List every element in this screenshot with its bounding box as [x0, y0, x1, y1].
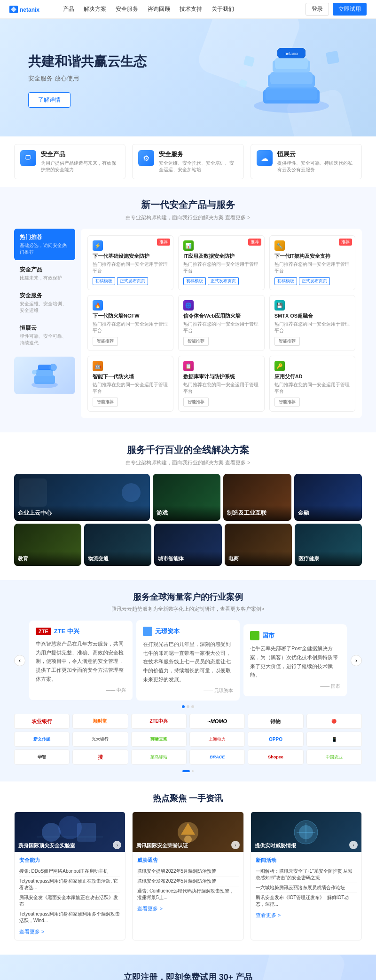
- feature-card-1[interactable]: ⚙ 安全服务 安全运维、安全托代、安全培训、安全运运、安全加站培: [132, 144, 243, 179]
- nav-link-services[interactable]: 安全服务: [116, 5, 138, 13]
- product-card-8[interactable]: 🔑 应用父行AD 热门推荐在您的同一安全运用于管理平台 智能推荐: [269, 356, 355, 412]
- solution-item-2[interactable]: 制造及工业互联: [223, 474, 291, 521]
- products-main: 推荐 ⚡ 下一代基础设施安全防护 热门推荐在您的同一安全运用于管理平台 初稿模板…: [81, 229, 362, 418]
- pc-tag-1-1[interactable]: 正式发布页页: [208, 277, 239, 285]
- sidebar-item-3[interactable]: 恒展云 弹性可靠、安全可靠、持续迭代: [14, 319, 75, 351]
- news-more-1[interactable]: 查看更多 >: [137, 905, 162, 912]
- nav-link-support[interactable]: 技术支持: [180, 5, 202, 13]
- partner-15[interactable]: BRACE: [189, 749, 245, 765]
- solution-item-8[interactable]: 医疗健康: [295, 524, 362, 566]
- partner-7[interactable]: 光大银行: [72, 732, 128, 747]
- news-item-2-0[interactable]: 一图解析：腾讯云安全"7+1"系安全防护贯 从知态感知带"攻击"的安全密码之流: [256, 867, 357, 883]
- solution-item-0[interactable]: 企业上云中心: [14, 474, 150, 521]
- partner-4[interactable]: 得物: [248, 714, 303, 729]
- pc-btn-3[interactable]: 智能推荐: [93, 337, 118, 346]
- news-item-2-1[interactable]: 一六城地势腾讯云丽洛东展员成绩合作论坛: [256, 883, 357, 893]
- dot-page-1[interactable]: [192, 770, 194, 772]
- dot-0[interactable]: [182, 705, 185, 708]
- solutions-heading: 服务千行百业的全线解决方案: [14, 444, 362, 456]
- partner-0[interactable]: 农业银行: [14, 714, 70, 729]
- pc-icon-7: 📋: [183, 361, 194, 371]
- nav-link-solutions[interactable]: 解决方案: [84, 5, 106, 13]
- nav-link-about[interactable]: 关于我们: [212, 5, 234, 13]
- news-item-2-2[interactable]: 腾讯安全发布《IOT管理迁发布》| 解鲜IOT动态，深挖...: [256, 893, 357, 909]
- feature-card-0[interactable]: 🛡 安全产品 为用户提供产品建造与来来，有效保护您的安全能力: [14, 144, 125, 179]
- sidebar-item-2[interactable]: 安全服务 安全运维、安全培训、安全运维: [14, 287, 75, 319]
- pc-sub-3: 热门推荐在您的同一安全运用于管理平台: [93, 321, 168, 334]
- solution-item-3[interactable]: 金融: [294, 474, 362, 521]
- pc-icon-3: 🔥: [93, 300, 103, 311]
- solution-item-5[interactable]: 物流交通: [84, 524, 151, 566]
- pc-tag-2-0[interactable]: 初稿模板: [274, 277, 297, 285]
- solution-item-4[interactable]: 教育: [14, 524, 81, 566]
- hero-more-button[interactable]: 了解详情: [28, 92, 70, 108]
- pc-btn-8[interactable]: 智能推荐: [274, 398, 300, 406]
- dot-page-0[interactable]: [182, 770, 190, 772]
- news-img-arrow-1[interactable]: ›: [231, 841, 240, 849]
- trial-button[interactable]: 立即试用: [333, 3, 367, 16]
- product-card-2[interactable]: 推荐 🔧 下一代IT架构及安全支持 热门推荐在您的同一安全运用于管理平台 初稿模…: [269, 235, 355, 290]
- partner-8[interactable]: 薛蟠豆浆: [131, 732, 187, 747]
- pc-btn-5[interactable]: 智能推荐: [274, 337, 300, 346]
- partner-6[interactable]: 新文传媒: [14, 732, 70, 747]
- products-title: 新一代安全产品与服务 由专业架构师构建，面向我行业的解决方案 查看更多 >: [14, 187, 362, 229]
- solution-item-6[interactable]: 城市智能体: [154, 524, 221, 566]
- products-subtitle: 由专业架构师构建，面向我行业的解决方案 查看更多 >: [14, 214, 362, 221]
- partner-5[interactable]: 🔴: [306, 714, 362, 729]
- slider-next-button[interactable]: ›: [351, 655, 362, 666]
- product-card-0[interactable]: 推荐 ⚡ 下一代基础设施安全防护 热门推荐在您的同一安全运用于管理平台 初稿模板…: [87, 235, 173, 290]
- feature-card-2[interactable]: ☁ 恒展云 提供弹性、安全可靠、持续迭代的私有云及公有云服务: [251, 144, 362, 179]
- solution-item-1[interactable]: 游戏: [153, 474, 220, 521]
- nav-link-news[interactable]: 咨询回顾: [148, 5, 170, 13]
- partner-17[interactable]: 中国农业: [306, 749, 362, 765]
- partner-10[interactable]: OPPO: [248, 732, 303, 747]
- slider-prev-button[interactable]: ‹: [14, 655, 25, 666]
- badge-1: 推荐: [248, 239, 261, 246]
- news-item-1-2[interactable]: 通告: Confluence远程代码执行漏洞攻击预警，泄露背景5上...: [137, 886, 238, 902]
- dot-1[interactable]: [187, 705, 189, 708]
- news-item-0-0[interactable]: 搜集: DDoS僵尸网络Abonbot正在启动主机: [19, 867, 120, 876]
- hero-text: 共建和谐共赢云生态 安全服务 放心使用 了解详情: [28, 53, 147, 108]
- pc-btn-6[interactable]: 智能推荐: [93, 398, 118, 406]
- news-img-0: 跻身国际顶尖安全实验室 ›: [15, 812, 125, 852]
- partner-14[interactable]: 菜鸟驿站: [131, 749, 187, 765]
- news-more-2[interactable]: 查看更多 >: [256, 912, 281, 919]
- partner-3[interactable]: ~MOMO: [189, 714, 245, 729]
- partner-logos-row1: 农业银行 顺时堂 ZTE中兴 ~MOMO 得物 🔴: [14, 714, 362, 729]
- partner-12[interactable]: 华智: [14, 749, 70, 765]
- sidebar-item-0[interactable]: 热门推荐 基础必选，访问安全热门推荐: [14, 229, 75, 260]
- product-card-3[interactable]: 🔥 下一代防火墙NGFW 热门推荐在您的同一安全运用于管理平台 智能推荐: [87, 295, 173, 351]
- partner-16[interactable]: Shopee: [248, 749, 303, 765]
- partner-1[interactable]: 顺时堂: [72, 714, 128, 729]
- pc-btn-7[interactable]: 智能推荐: [183, 398, 209, 406]
- partner-2[interactable]: ZTE中兴: [131, 714, 187, 729]
- pc-tag-2-1[interactable]: 正式发布页页: [299, 277, 330, 285]
- pc-tag-0-0[interactable]: 初稿模板: [93, 277, 115, 285]
- hero-illustration: netanix: [235, 42, 348, 118]
- product-card-6[interactable]: 🤖 智能下一代防火墙 热门推荐在您的同一安全运用于管理平台 智能推荐: [87, 356, 173, 412]
- product-card-1[interactable]: 推荐 📊 IT应用及数据安全防护 热门推荐在您的同一安全运用于管理平台 初稿模板…: [178, 235, 264, 290]
- news-item-0-2[interactable]: 腾讯安全发《黑面安全本家族正在攻击活跃》发布: [19, 893, 120, 909]
- news-category-2: 新闻活动: [256, 857, 357, 864]
- news-item-1-0[interactable]: 腾讯安全提醒2022年5月漏洞防治预警: [137, 867, 238, 876]
- pc-tag-1-0[interactable]: 初稿模板: [183, 277, 206, 285]
- nav-logo[interactable]: netanix: [9, 4, 52, 15]
- login-button[interactable]: 登录: [306, 3, 329, 16]
- partner-13[interactable]: 搜: [72, 749, 128, 765]
- nav-link-products[interactable]: 产品: [63, 5, 74, 13]
- partner-9[interactable]: 上海电力: [189, 732, 245, 747]
- news-more-0[interactable]: 查看更多 >: [19, 928, 44, 935]
- news-item-1-1[interactable]: 腾讯安全发布2022年5月漏洞防治预警: [137, 876, 238, 886]
- news-item-0-1[interactable]: Tetyouthepass利用消身和家族正在攻击活跃. 它看攻选...: [19, 876, 120, 893]
- sidebar-item-1[interactable]: 安全产品 比建未来，有效保护: [14, 261, 75, 286]
- pc-title-7: 数据库审计与防护系统: [183, 373, 259, 380]
- pc-tag-0-1[interactable]: 正式发布页页: [117, 277, 148, 285]
- partner-11[interactable]: 📱: [306, 732, 362, 747]
- product-card-4[interactable]: 🌐 信令体合Web应用防火墙 热门推荐在您的同一安全运用于管理平台 智能推荐: [178, 295, 264, 351]
- pc-btn-4[interactable]: 智能推荐: [183, 337, 209, 346]
- dot-2[interactable]: [191, 705, 194, 708]
- product-card-5[interactable]: 💾 SMTX OS超融合 热门推荐在您的同一安全运用于管理平台 智能推荐: [269, 295, 355, 351]
- solution-item-7[interactable]: 电商: [225, 524, 292, 566]
- news-item-0-3[interactable]: Tetyouthepass利用消身和家族利用多个漏洞攻击活跃，Wind...: [19, 909, 120, 925]
- product-card-7[interactable]: 📋 数据库审计与防护系统 热门推荐在您的同一安全运用于管理平台 智能推荐: [178, 356, 264, 412]
